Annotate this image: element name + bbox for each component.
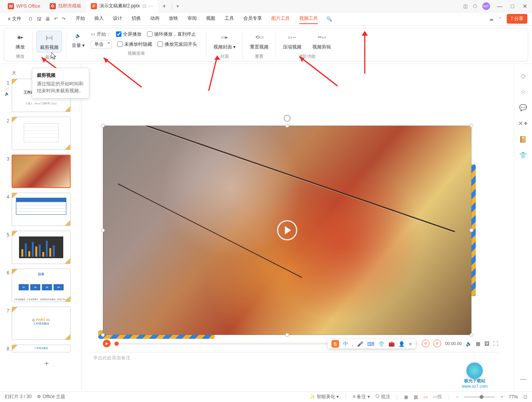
beautify-button[interactable]: ✨ 智能美化 ▾ xyxy=(310,393,339,400)
slide-thumbnail-2[interactable]: 2 xyxy=(0,117,77,150)
tab-video-tools[interactable]: 视频工具 xyxy=(299,14,318,24)
play-bar-play-icon[interactable]: ▶ xyxy=(103,340,111,347)
tab-slideshow[interactable]: 放映 xyxy=(169,14,178,24)
cloud-icon[interactable]: ☁ xyxy=(489,16,494,22)
tab-insert[interactable]: 插入 xyxy=(94,14,104,24)
favorite-icon[interactable]: ☆ xyxy=(520,88,526,95)
notes-pane[interactable]: 单击此处添加备注 xyxy=(89,352,498,364)
zoom-in-icon[interactable]: + xyxy=(501,394,503,400)
file-menu[interactable]: ≡ 文件 xyxy=(5,14,24,24)
slide-thumbnail-6[interactable]: 6 目录 01 02 03 04 工作流程概述 工作成果展示 未来阶段目标规划 … xyxy=(0,269,77,302)
resize-handle[interactable] xyxy=(101,333,105,337)
slide-thumbnail-3[interactable]: 3 xyxy=(0,155,77,188)
edit-video-button[interactable]: ✂▭ 视频剪辑 xyxy=(309,31,334,52)
checkbox-hide[interactable]: 未播放时隐藏 xyxy=(117,41,152,48)
ime-skin-icon[interactable]: 👕 xyxy=(378,341,385,347)
comments-toggle[interactable]: 🗨 批注 xyxy=(375,393,390,400)
slide-thumbnail-7[interactable]: 7 ◇ PART 01 工作情况概述 xyxy=(0,307,77,340)
slide-thumbnail-4[interactable]: 4 xyxy=(0,193,77,226)
fullscreen-bar-icon[interactable]: ⛶ xyxy=(493,341,498,347)
tab-docke-templates[interactable]: ✿ 找稻壳模板 xyxy=(45,0,86,12)
zoom-value[interactable]: 77% xyxy=(509,394,518,400)
notes-toggle[interactable]: ≡ 备注 ▾ xyxy=(353,393,370,400)
user-avatar[interactable]: WP xyxy=(482,2,490,10)
ime-keyboard-icon[interactable]: ⌨ xyxy=(367,341,374,347)
tab-transition[interactable]: 切换 xyxy=(132,14,141,24)
picture-icon[interactable]: 🖼 xyxy=(484,341,489,347)
screenshot-icon[interactable]: ▦ xyxy=(476,341,480,347)
volume-bar-icon[interactable]: 🔈 xyxy=(466,341,472,347)
tab-wps-home[interactable]: W WPS Office xyxy=(3,0,45,12)
volume-button[interactable]: 🔈 音量 ▾ xyxy=(70,31,86,49)
ime-menu-icon[interactable]: ≡ xyxy=(409,341,412,347)
start-trigger-select[interactable]: 单击 xyxy=(91,40,112,49)
resize-handle[interactable] xyxy=(285,333,289,337)
book-icon[interactable]: 📔 xyxy=(519,136,527,143)
checkbox-loop[interactable]: 循环播放，直到停止 xyxy=(147,31,196,38)
resize-handle[interactable] xyxy=(470,124,473,128)
tab-view[interactable]: 视图 xyxy=(206,14,215,24)
slide-canvas[interactable]: ▶ ⟲ ⟳ 00:00.00 🔈 ▦ 🖼 ⛶ 单击此处添加备注 xyxy=(81,64,514,390)
slide-thumbnail-5[interactable]: 5 xyxy=(0,231,77,264)
video-cover-button[interactable]: ▭▸ 视频封面 ▾ xyxy=(210,31,239,52)
search-icon[interactable]: 🔍 xyxy=(326,16,332,22)
undo-icon[interactable]: ↶ xyxy=(54,16,58,22)
ime-toolbar[interactable]: S 中 , 🎤 ⌨ 👕 🧰 👤 ≡ xyxy=(328,339,416,349)
pane-icon[interactable]: ◫ xyxy=(463,3,468,9)
ime-tool-icon[interactable]: 🧰 xyxy=(388,341,395,347)
maximize-button[interactable]: □ xyxy=(509,3,516,9)
ime-punct[interactable]: , xyxy=(352,341,354,347)
theme-indicator[interactable]: ⚙ Office 主题 xyxy=(37,393,65,400)
tab-dropdown-icon[interactable]: ▾ xyxy=(173,3,182,9)
zoom-out-icon[interactable]: − xyxy=(456,394,459,400)
slide-thumbnail-8[interactable]: 8 工作情况概述 xyxy=(0,345,77,352)
reset-video-button[interactable]: ⟲▭ 重置视频 xyxy=(247,31,272,52)
save-icon[interactable]: 🖫 xyxy=(37,16,42,22)
view-slideshow-icon[interactable]: ▭投 xyxy=(433,393,442,400)
design-panel-icon[interactable]: ✕✦ xyxy=(518,120,528,127)
collapse-panel-icon[interactable]: — xyxy=(520,376,526,383)
start-option[interactable]: ▭开始： xyxy=(91,31,111,38)
view-normal-icon[interactable]: ▣ xyxy=(404,394,408,400)
tab-more-icon[interactable]: ⋯ xyxy=(149,3,153,9)
tab-premium[interactable]: 会员专享 xyxy=(243,14,262,24)
print-icon[interactable]: 🖶 xyxy=(45,16,50,22)
tab-home[interactable]: 开始 xyxy=(76,14,85,24)
trim-video-button[interactable]: |▭| 裁剪视频 xyxy=(36,31,62,53)
resize-handle[interactable] xyxy=(470,333,473,337)
view-reading-icon[interactable]: ▭ xyxy=(423,394,428,400)
new-tab-button[interactable]: + xyxy=(158,3,171,10)
tab-review[interactable]: 审阅 xyxy=(187,14,197,24)
checkbox-rewind[interactable]: 播放完返回开头 xyxy=(158,41,197,48)
sogou-icon[interactable]: S xyxy=(331,340,339,348)
resize-handle[interactable] xyxy=(101,228,105,232)
view-sorter-icon[interactable]: ▦ xyxy=(414,394,418,400)
new-file-icon[interactable]: 🗋 xyxy=(28,16,33,22)
rotate-handle[interactable] xyxy=(284,115,291,122)
ime-user-icon[interactable]: 👤 xyxy=(399,341,405,347)
compress-video-button[interactable]: ▭↔ 压缩视频 xyxy=(280,31,305,52)
tab-current-file[interactable]: P 演示文稿素材2.pptx ⊡ ⋯ xyxy=(86,0,158,12)
resize-handle[interactable] xyxy=(470,228,473,232)
minimize-button[interactable]: — xyxy=(496,3,504,9)
checkbox-fullscreen[interactable]: 全屏播放 xyxy=(116,31,142,38)
resize-handle[interactable] xyxy=(101,124,105,128)
tab-tools[interactable]: 工具 xyxy=(225,14,234,24)
fit-icon[interactable]: ⊡ xyxy=(523,394,527,400)
video-object[interactable] xyxy=(103,126,471,335)
share-button[interactable]: ⤴ 分享 xyxy=(507,14,527,24)
ime-mic-icon[interactable]: 🎤 xyxy=(357,341,363,347)
ime-lang[interactable]: 中 xyxy=(343,340,348,347)
tab-design[interactable]: 设计 xyxy=(113,14,122,24)
tab-animation[interactable]: 动画 xyxy=(150,14,159,24)
video-play-overlay[interactable] xyxy=(277,220,297,240)
assistant-icon[interactable]: ◇ xyxy=(521,72,525,79)
step-forward-icon[interactable]: ⟳ xyxy=(433,340,441,347)
collapse-ribbon-icon[interactable]: ⌃ xyxy=(498,16,502,22)
zoom-slider[interactable] xyxy=(464,396,495,398)
resize-handle[interactable] xyxy=(285,124,289,128)
shirt-icon[interactable]: 👕 xyxy=(519,152,527,159)
add-slide-button[interactable]: + xyxy=(17,357,76,371)
close-button[interactable]: ✕ xyxy=(521,3,529,9)
feedback-icon[interactable]: 💬 xyxy=(519,104,527,111)
